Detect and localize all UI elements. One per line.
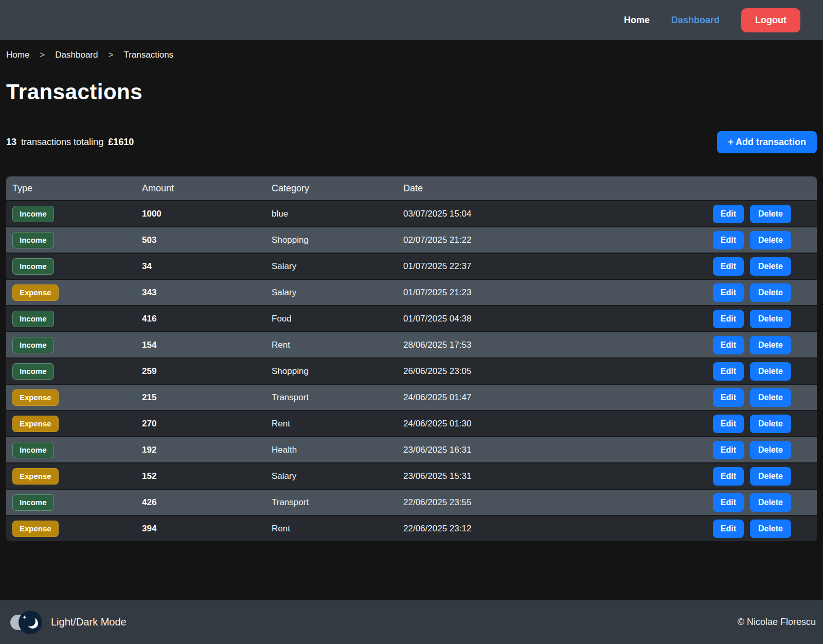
delete-button[interactable]: Delete <box>750 336 791 354</box>
transactions-table: Type Amount Category Date Income 1000 bl… <box>6 176 817 541</box>
amount-cell: 270 <box>142 419 272 429</box>
edit-button[interactable]: Edit <box>713 283 744 302</box>
edit-button[interactable]: Edit <box>713 520 744 538</box>
moon-icon: ✦ <box>19 611 42 634</box>
type-badge: Expense <box>12 521 59 537</box>
table-body: Income 1000 blue 03/07/2025 15:04 Edit D… <box>6 200 817 541</box>
type-badge: Income <box>12 363 54 380</box>
category-cell: Rent <box>272 524 403 534</box>
table-row: Expense 215 Transport 24/06/2025 01:47 E… <box>6 384 817 410</box>
amount-cell: 154 <box>142 340 272 350</box>
type-cell: Income <box>12 442 142 458</box>
table-row: Expense 270 Rent 24/06/2025 01:30 Edit D… <box>6 410 817 436</box>
table-row: Income 1000 blue 03/07/2025 15:04 Edit D… <box>6 200 817 226</box>
edit-button[interactable]: Edit <box>713 441 744 459</box>
delete-button[interactable]: Delete <box>750 493 791 512</box>
date-cell: 22/06/2025 23:12 <box>403 524 713 534</box>
delete-button[interactable]: Delete <box>750 205 791 223</box>
breadcrumb-transactions[interactable]: Transactions <box>123 50 173 60</box>
breadcrumb: Home > Dashboard > Transactions <box>6 50 817 60</box>
table-row: Income 34 Salary 01/07/2025 22:37 Edit D… <box>6 253 817 279</box>
date-cell: 23/06/2025 15:31 <box>403 471 713 481</box>
delete-button[interactable]: Delete <box>750 467 791 486</box>
date-cell: 26/06/2025 23:05 <box>403 366 713 377</box>
type-badge: Income <box>12 232 54 248</box>
column-header-type: Type <box>12 183 142 194</box>
type-badge: Expense <box>12 284 59 301</box>
amount-cell: 259 <box>142 366 272 377</box>
breadcrumb-separator: > <box>108 50 113 60</box>
table-row: Expense 394 Rent 22/06/2025 23:12 Edit D… <box>6 515 817 541</box>
type-badge: Income <box>12 206 54 222</box>
delete-button[interactable]: Delete <box>750 257 791 276</box>
row-actions: Edit Delete <box>713 388 811 407</box>
category-cell: Salary <box>272 471 403 481</box>
edit-button[interactable]: Edit <box>713 257 744 276</box>
row-actions: Edit Delete <box>713 310 811 328</box>
date-cell: 24/06/2025 01:30 <box>403 419 713 429</box>
edit-button[interactable]: Edit <box>713 415 744 433</box>
type-badge: Income <box>12 311 54 327</box>
type-cell: Expense <box>12 389 142 406</box>
date-cell: 01/07/2025 04:38 <box>403 314 713 324</box>
row-actions: Edit Delete <box>713 336 811 354</box>
delete-button[interactable]: Delete <box>750 310 791 328</box>
type-cell: Income <box>12 258 142 275</box>
copyright: © Nicolae Florescu <box>738 617 816 628</box>
edit-button[interactable]: Edit <box>713 336 744 354</box>
amount-cell: 503 <box>142 235 272 245</box>
delete-button[interactable]: Delete <box>750 441 791 459</box>
logout-button[interactable]: Logout <box>741 8 800 32</box>
type-cell: Income <box>12 311 142 327</box>
transactions-summary: 13 transactions totaling £1610 <box>6 137 134 148</box>
category-cell: Transport <box>272 392 403 403</box>
delete-button[interactable]: Delete <box>750 415 791 433</box>
delete-button[interactable]: Delete <box>750 362 791 381</box>
transaction-count: 13 <box>6 137 16 147</box>
date-cell: 01/07/2025 22:37 <box>403 261 713 272</box>
edit-button[interactable]: Edit <box>713 310 744 328</box>
nav-link-home[interactable]: Home <box>624 15 650 26</box>
type-badge: Expense <box>12 389 59 406</box>
edit-button[interactable]: Edit <box>713 362 744 381</box>
delete-button[interactable]: Delete <box>750 231 791 249</box>
breadcrumb-dashboard[interactable]: Dashboard <box>55 50 98 60</box>
category-cell: Shopping <box>272 366 403 377</box>
type-cell: Expense <box>12 521 142 537</box>
amount-cell: 394 <box>142 524 272 534</box>
edit-button[interactable]: Edit <box>713 205 744 223</box>
edit-button[interactable]: Edit <box>713 493 744 512</box>
category-cell: Health <box>272 445 403 455</box>
theme-toggle[interactable]: ✦ <box>10 611 42 634</box>
footer: ✦ Light/Dark Mode © Nicolae Florescu <box>0 600 823 644</box>
main-content: Home > Dashboard > Transactions Transact… <box>0 40 823 600</box>
category-cell: Transport <box>272 497 403 508</box>
amount-cell: 416 <box>142 314 272 324</box>
amount-cell: 152 <box>142 471 272 481</box>
edit-button[interactable]: Edit <box>713 388 744 407</box>
summary-text: transactions totaling <box>21 137 103 147</box>
summary-row: 13 transactions totaling £1610 + Add tra… <box>6 131 817 153</box>
row-actions: Edit Delete <box>713 283 811 302</box>
row-actions: Edit Delete <box>713 467 811 486</box>
row-actions: Edit Delete <box>713 362 811 381</box>
amount-cell: 192 <box>142 445 272 455</box>
delete-button[interactable]: Delete <box>750 520 791 538</box>
edit-button[interactable]: Edit <box>713 467 744 486</box>
row-actions: Edit Delete <box>713 415 811 433</box>
column-header-amount: Amount <box>142 183 272 194</box>
type-cell: Expense <box>12 284 142 301</box>
category-cell: Food <box>272 314 403 324</box>
delete-button[interactable]: Delete <box>750 388 791 407</box>
delete-button[interactable]: Delete <box>750 283 791 302</box>
row-actions: Edit Delete <box>713 205 811 223</box>
type-cell: Expense <box>12 468 142 485</box>
amount-cell: 1000 <box>142 209 272 219</box>
nav-link-dashboard[interactable]: Dashboard <box>671 15 720 26</box>
add-transaction-button[interactable]: + Add transaction <box>717 131 817 153</box>
row-actions: Edit Delete <box>713 520 811 538</box>
row-actions: Edit Delete <box>713 493 811 512</box>
edit-button[interactable]: Edit <box>713 231 744 249</box>
date-cell: 24/06/2025 01:47 <box>403 392 713 403</box>
breadcrumb-home[interactable]: Home <box>6 50 29 60</box>
